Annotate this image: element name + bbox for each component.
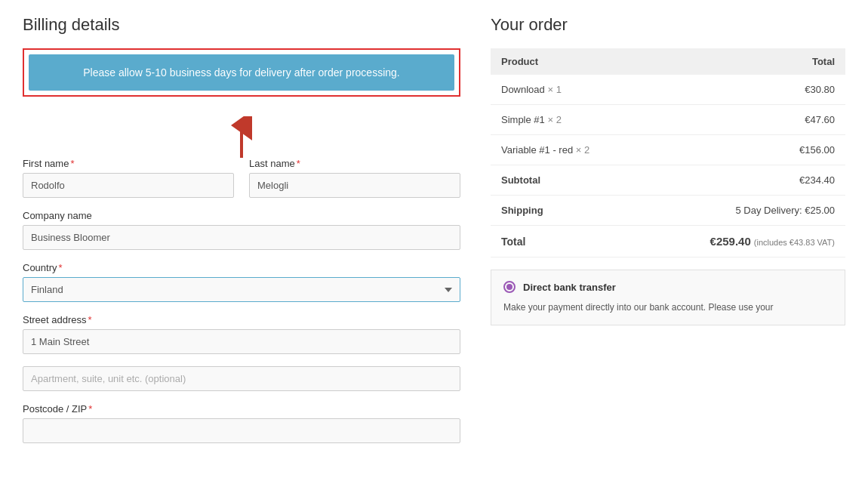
name-row: First name* Last name* [23,158,460,198]
first-name-group: First name* [23,158,234,198]
payment-description: Make your payment directly into our bank… [503,301,833,314]
radio-inner [506,284,512,290]
company-group: Company name [23,210,460,250]
product-name: Simple #1 × 2 [491,105,643,135]
arrow-up-indicator [23,116,460,158]
product-name: Variable #1 - red × 2 [491,135,643,165]
postcode-group: Postcode / ZIP* [23,403,460,443]
billing-section: Billing details Please allow 5-10 busine… [23,15,460,455]
postcode-label: Postcode / ZIP* [23,403,460,415]
shipping-label: Shipping [491,196,643,226]
order-table-header: Product Total [491,48,845,75]
notice-text: Please allow 5-10 business days for deli… [83,66,399,79]
product-total: €156.00 [643,135,845,165]
total-label: Total [491,226,643,257]
company-label: Company name [23,210,460,221]
product-name: Download × 1 [491,75,643,105]
street-group: Street address* [23,314,460,354]
subtotal-label: Subtotal [491,165,643,196]
street-label: Street address* [23,314,460,325]
payment-option: Direct bank transfer [503,281,833,293]
payment-section: Direct bank transfer Make your payment d… [491,270,845,325]
company-input[interactable] [23,225,460,250]
table-row: Variable #1 - red × 2 €156.00 [491,135,845,165]
last-name-label: Last name* [249,158,460,169]
shipping-row: Shipping 5 Day Delivery: €25.00 [491,196,845,226]
street-input[interactable] [23,329,460,354]
last-name-group: Last name* [249,158,460,198]
shipping-value: 5 Day Delivery: €25.00 [643,196,845,226]
page-container: Billing details Please allow 5-10 busine… [0,0,868,470]
table-row: Simple #1 × 2 €47.60 [491,105,845,135]
payment-label: Direct bank transfer [523,282,616,293]
first-name-input[interactable] [23,173,234,198]
radio-direct-bank[interactable] [503,281,516,293]
product-total: €47.60 [643,105,845,135]
table-row: Download × 1 €30.80 [491,75,845,105]
subtotal-row: Subtotal €234.40 [491,165,845,196]
col-total-header: Total [643,48,845,75]
last-name-input[interactable] [249,173,460,198]
notice-wrapper: Please allow 5-10 business days for deli… [23,48,460,97]
country-group: Country* Finland [23,262,460,302]
product-total: €30.80 [643,75,845,105]
subtotal-value: €234.40 [643,165,845,196]
total-row: Total €259.40(includes €43.83 VAT) [491,226,845,257]
postcode-input[interactable] [23,418,460,443]
country-label: Country* [23,262,460,273]
billing-title: Billing details [23,15,460,35]
col-product-header: Product [491,48,643,75]
order-table: Product Total Download × 1 €30.80 Simple… [491,48,845,257]
first-name-label: First name* [23,158,234,169]
notice-box: Please allow 5-10 business days for deli… [29,54,454,91]
apartment-input[interactable] [23,366,460,391]
total-value: €259.40(includes €43.83 VAT) [643,226,845,257]
country-select[interactable]: Finland [23,277,460,302]
order-title: Your order [491,15,845,35]
order-section: Your order Product Total Download × 1 €3… [491,15,845,455]
apartment-group [23,366,460,391]
